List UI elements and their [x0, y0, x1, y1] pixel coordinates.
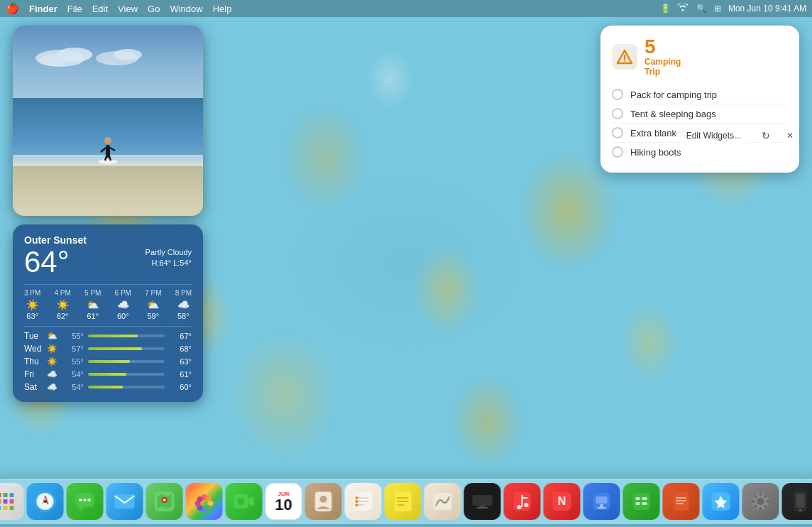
svg-point-99	[755, 495, 757, 498]
svg-rect-70	[477, 507, 488, 509]
svg-rect-83	[633, 493, 650, 510]
dock-item-mail[interactable]	[106, 483, 143, 520]
control-center-icon[interactable]: ⊞	[714, 4, 721, 13]
reminder-text-0: Pack for camping trip	[630, 89, 717, 100]
svg-point-73	[525, 503, 529, 507]
edit-widgets-button[interactable]: Edit Widgets...	[676, 127, 751, 144]
svg-point-37	[84, 499, 87, 501]
svg-rect-22	[10, 493, 14, 497]
menubar: 🍎 Finder File Edit View Go Window Help 🔋…	[0, 0, 812, 17]
dock-item-numbers[interactable]	[623, 483, 660, 520]
dock-item-pages[interactable]	[663, 483, 700, 520]
svg-point-105	[799, 509, 801, 511]
calendar-date-display: JUN 10	[275, 491, 292, 513]
hour-item-2: 5 PM ⛅ 61°	[84, 289, 101, 320]
reminder-text-1: Tent & sleeping bags	[630, 109, 716, 119]
reminder-checkbox-0[interactable]	[612, 89, 623, 100]
svg-point-72	[517, 505, 522, 509]
reminder-text-3: Hiking boots	[630, 147, 681, 158]
hour-item-4: 7 PM ⛅ 59°	[145, 289, 161, 320]
svg-point-98	[767, 500, 769, 503]
reminder-checkbox-3[interactable]	[612, 146, 623, 158]
menubar-view[interactable]: View	[118, 4, 138, 14]
svg-rect-28	[10, 506, 14, 510]
svg-rect-104	[796, 494, 805, 508]
dock-item-settings[interactable]	[742, 483, 779, 520]
reminders-header: 5 CampingTrip	[612, 37, 788, 77]
svg-rect-84	[636, 497, 640, 500]
sync-icon-button[interactable]: ↻	[757, 126, 775, 145]
menubar-help[interactable]: Help	[213, 4, 232, 14]
dock-item-safari[interactable]	[27, 483, 64, 520]
weather-description: Partly Cloudy H:64° L:54°	[146, 247, 192, 269]
svg-rect-25	[10, 499, 14, 504]
svg-point-96	[759, 507, 762, 510]
apple-menu[interactable]: 🍎	[6, 2, 19, 15]
svg-point-14	[624, 60, 625, 62]
menubar-finder[interactable]: Finder	[29, 4, 57, 14]
dock-item-messages[interactable]	[67, 483, 104, 520]
reminders-category: CampingTrip	[644, 57, 681, 77]
reminders-app-icon	[612, 44, 637, 70]
photo-beach	[13, 163, 203, 216]
svg-point-42	[163, 499, 166, 501]
svg-rect-23	[0, 499, 1, 504]
svg-rect-21	[4, 493, 8, 497]
wifi-icon	[678, 4, 689, 14]
dock-item-notes[interactable]	[385, 483, 422, 520]
hour-item-0: 3 PM ☀️ 63°	[24, 289, 40, 320]
hour-item-1: 4 PM ☀️ 62°	[55, 289, 71, 320]
dock-item-photos[interactable]	[186, 483, 223, 520]
hour-item-3: 6 PM ☁️ 60°	[115, 289, 131, 320]
svg-rect-20	[0, 493, 1, 497]
search-menubar-icon[interactable]: 🔍	[696, 4, 707, 13]
svg-point-9	[39, 55, 67, 66]
svg-rect-24	[4, 499, 8, 504]
photo-clouds	[32, 40, 146, 69]
dock-item-appstore[interactable]	[703, 483, 740, 520]
svg-marker-35	[79, 507, 84, 511]
close-widgets-button[interactable]: ✕	[781, 126, 799, 145]
svg-rect-86	[636, 502, 640, 505]
dock-item-music[interactable]	[504, 483, 541, 520]
menubar-go[interactable]: Go	[148, 4, 160, 14]
dock-item-facetime[interactable]	[226, 483, 263, 520]
menubar-window[interactable]: Window	[170, 4, 202, 14]
svg-point-61	[356, 500, 358, 503]
weather-temperature: 64°	[24, 247, 70, 277]
menubar-right: 🔋 🔍 ⊞ Mon Jun 10 9:41 AM	[660, 4, 806, 14]
svg-rect-80	[596, 496, 608, 504]
svg-marker-52	[249, 496, 254, 506]
dock-item-news[interactable]: N	[544, 483, 581, 520]
menubar-edit[interactable]: Edit	[92, 4, 108, 14]
reminder-checkbox-1[interactable]	[612, 108, 623, 119]
reminder-item-1: Tent & sleeping bags	[612, 104, 788, 123]
svg-point-38	[88, 499, 91, 501]
dock-item-freeform[interactable]	[424, 483, 461, 520]
dock-item-iphone[interactable]	[782, 483, 813, 520]
reminders-widget: 5 CampingTrip Pack for camping trip Tent…	[600, 26, 799, 173]
reminders-count: 5	[644, 37, 681, 57]
svg-line-4	[110, 148, 115, 151]
svg-point-0	[98, 159, 118, 165]
svg-point-50	[197, 496, 203, 502]
dock-item-launchpad[interactable]	[0, 483, 24, 520]
svg-point-100	[764, 505, 767, 508]
svg-rect-88	[674, 492, 689, 511]
dock: JUN 10	[0, 479, 812, 524]
dock-item-maps[interactable]	[146, 483, 183, 520]
dock-item-contacts[interactable]	[305, 483, 342, 520]
dock-item-appletv[interactable]	[464, 483, 501, 520]
svg-rect-81	[600, 504, 603, 507]
weather-divider-1	[24, 284, 192, 285]
weather-location: Outer Sunset	[24, 234, 192, 246]
svg-rect-1	[106, 145, 110, 158]
dock-item-reminders[interactable]	[345, 483, 382, 520]
battery-icon: 🔋	[660, 4, 671, 13]
dock-item-calendar[interactable]: JUN 10	[265, 483, 302, 520]
dock-item-keynote[interactable]	[583, 483, 620, 520]
weather-day-tue: Tue ⛅ 55° 67°	[24, 331, 192, 341]
reminder-checkbox-2[interactable]	[612, 127, 623, 138]
weather-temp-row: 64° Partly Cloudy H:64° L:54°	[24, 247, 192, 278]
menubar-file[interactable]: File	[67, 4, 82, 14]
